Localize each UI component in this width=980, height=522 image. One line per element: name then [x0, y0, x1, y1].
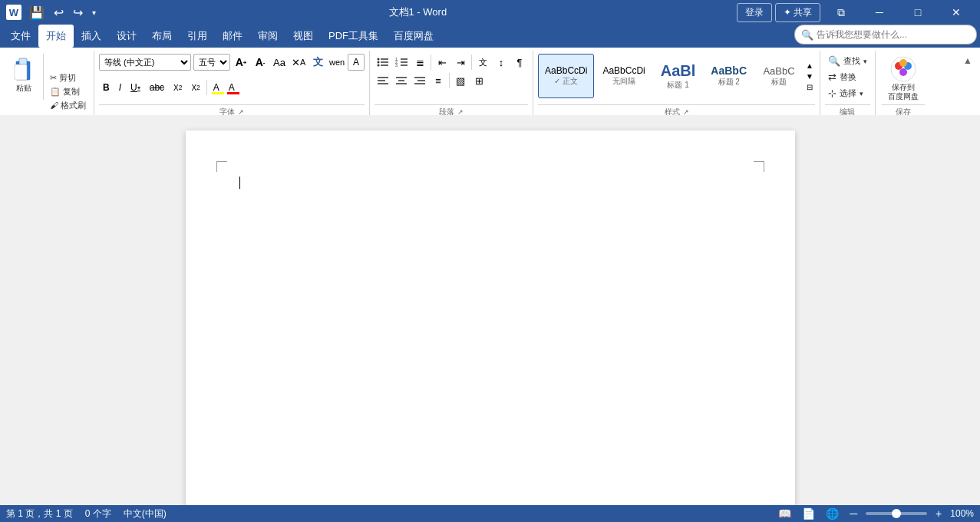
style-title[interactable]: AaBbC 标题	[755, 54, 803, 98]
style-normal[interactable]: AaBbCcDi ✓ 正文	[538, 54, 594, 98]
undo-btn[interactable]: ↩	[51, 4, 67, 21]
align-center-btn[interactable]	[393, 72, 410, 89]
find-button[interactable]: 🔍 查找 ▾	[825, 54, 870, 68]
chinese-layout-btn[interactable]: 文	[474, 54, 491, 71]
save-baidu-label: 保存到百度网盘	[888, 83, 919, 101]
ribbon-collapse-btn[interactable]: ▲	[962, 54, 974, 68]
close-btn[interactable]: ✕	[939, 0, 974, 25]
menu-references[interactable]: 引用	[180, 25, 215, 48]
minimize-btn[interactable]: ─	[862, 0, 897, 25]
paste-label: 粘贴	[16, 83, 31, 94]
maximize-btn[interactable]: □	[900, 0, 935, 25]
web-layout-btn[interactable]: 🌐	[823, 507, 841, 520]
font-size-select[interactable]: 五号 10 12	[193, 54, 230, 71]
font-expand-icon[interactable]: ↗	[238, 108, 244, 115]
status-right: 📖 📄 🌐 ─ + 100%	[776, 507, 974, 520]
show-formatting-btn[interactable]: ¶	[511, 54, 528, 71]
font-row-1: 等线 (中文正) 五号 10 12 A+ A- Aa ✕A 文 wen A	[99, 54, 365, 71]
text-highlight-button[interactable]: A	[210, 79, 223, 96]
enclose-char-btn[interactable]: A	[348, 54, 365, 71]
select-button[interactable]: ⊹ 选择 ▾	[825, 86, 870, 101]
redo-btn[interactable]: ↪	[70, 4, 86, 21]
text-effect-btn[interactable]: 文	[309, 54, 326, 71]
paste-button[interactable]: 粘贴	[8, 54, 40, 95]
decrease-indent-btn[interactable]: ⇤	[434, 54, 450, 71]
change-case-btn[interactable]: Aa	[271, 54, 288, 71]
style-heading1[interactable]: AaBl 标题 1	[654, 54, 703, 98]
italic-button[interactable]: I	[115, 79, 125, 96]
svg-text:3.: 3.	[395, 63, 398, 68]
subscript-button[interactable]: X2	[170, 79, 186, 96]
style-no-spacing[interactable]: AaBbCcDi 无间隔	[596, 54, 652, 98]
title-bar-right: 登录 ✦ 共享 ⧉ ─ □ ✕	[737, 0, 974, 25]
zoom-in-btn[interactable]: +	[933, 507, 944, 520]
menu-baidu[interactable]: 百度网盘	[386, 25, 441, 48]
search-bar: 🔍	[794, 25, 977, 45]
menu-home[interactable]: 开始	[38, 25, 74, 48]
menu-pdf[interactable]: PDF工具集	[321, 25, 386, 48]
menu-mailings[interactable]: 邮件	[215, 25, 250, 48]
style-gallery-btn[interactable]: ⊟	[804, 82, 815, 92]
restore-btn[interactable]: ⧉	[823, 0, 859, 25]
strikethrough-button[interactable]: abc	[146, 79, 168, 96]
justify-btn[interactable]: ≡	[430, 72, 447, 89]
font-color-button[interactable]: A	[225, 79, 239, 96]
font-name-select[interactable]: 等线 (中文正)	[99, 54, 191, 71]
copy-button[interactable]: 📋 复制	[47, 85, 89, 98]
shrink-font-btn[interactable]: A-	[252, 54, 269, 71]
paragraph-group: 1.2.3. ≣ ⇤ ⇥ 文 ↕ ¶	[370, 51, 533, 115]
svg-rect-1	[19, 58, 27, 64]
clear-format-btn[interactable]: ✕A	[290, 54, 307, 71]
status-bar: 第 1 页，共 1 页 0 个字 中文(中国) 📖 📄 🌐 ─ + 100%	[0, 505, 980, 522]
superscript-button[interactable]: X2	[187, 79, 203, 96]
para-expand-icon[interactable]: ↗	[457, 108, 464, 115]
zoom-level: 100%	[950, 508, 974, 519]
font-group: 等线 (中文正) 五号 10 12 A+ A- Aa ✕A 文 wen A	[94, 51, 370, 115]
menu-insert[interactable]: 插入	[74, 25, 109, 48]
menu-view[interactable]: 视图	[285, 25, 321, 48]
numbering-button[interactable]: 1.2.3.	[393, 54, 410, 71]
styles-expand-icon[interactable]: ↗	[683, 108, 689, 115]
increase-indent-btn[interactable]: ⇥	[452, 54, 469, 71]
font-row-2: B I U ▾ abc X2 X2 A A	[99, 79, 239, 96]
grow-font-btn[interactable]: A+	[233, 54, 249, 71]
corner-mark-tr	[754, 161, 764, 172]
style-scroll-down[interactable]: ▼	[804, 71, 815, 81]
search-input[interactable]	[817, 29, 970, 40]
align-left-btn[interactable]	[375, 72, 391, 89]
ribbon-area: 粘贴 ✂ 剪切 📋 复制 🖌 格式刷 剪贴板 ↗	[0, 48, 980, 115]
login-button[interactable]: 登录	[737, 3, 772, 22]
line-spacing-btn[interactable]: ↕	[493, 54, 510, 71]
shading-btn[interactable]: ▧	[452, 72, 469, 89]
phonetic-guide-btn[interactable]: wen	[328, 54, 345, 71]
window-title: 文档1 - Word	[99, 5, 737, 19]
align-right-btn[interactable]	[411, 72, 428, 89]
bold-button[interactable]: B	[99, 79, 114, 96]
save-quick-btn[interactable]: 💾	[26, 4, 48, 21]
print-layout-btn[interactable]: 📄	[800, 507, 817, 520]
document-page[interactable]	[186, 130, 795, 505]
menu-layout[interactable]: 布局	[144, 25, 180, 48]
save-group: 保存到百度网盘 保存	[876, 51, 931, 115]
read-mode-btn[interactable]: 📖	[776, 507, 794, 520]
cut-button[interactable]: ✂ 剪切	[47, 71, 89, 84]
bullets-button[interactable]	[375, 54, 391, 71]
style-gallery-scroll: ▲ ▼ ⊟	[804, 61, 815, 92]
borders-btn[interactable]: ⊞	[470, 72, 487, 89]
menu-file[interactable]: 文件	[3, 25, 38, 48]
style-scroll-up[interactable]: ▲	[804, 61, 815, 71]
quick-access-dropdown[interactable]: ▾	[89, 7, 99, 18]
zoom-out-btn[interactable]: ─	[847, 507, 860, 520]
multilevel-list-button[interactable]: ≣	[411, 54, 428, 71]
clipboard-group: 粘贴 ✂ 剪切 📋 复制 🖌 格式刷 剪贴板 ↗	[3, 51, 94, 115]
menu-design[interactable]: 设计	[109, 25, 144, 48]
menu-review[interactable]: 审阅	[250, 25, 285, 48]
zoom-slider[interactable]	[866, 512, 927, 515]
save-baidu-button[interactable]: 保存到百度网盘	[882, 54, 925, 103]
underline-button[interactable]: U ▾	[127, 79, 144, 96]
style-heading2[interactable]: AaBbC 标题 2	[704, 54, 754, 98]
para-group-label: 段落 ↗	[375, 104, 528, 115]
share-button[interactable]: ✦ 共享	[775, 3, 820, 22]
replace-button[interactable]: ⇄ 替换	[825, 70, 870, 84]
format-painter-button[interactable]: 🖌 格式刷	[47, 99, 89, 112]
